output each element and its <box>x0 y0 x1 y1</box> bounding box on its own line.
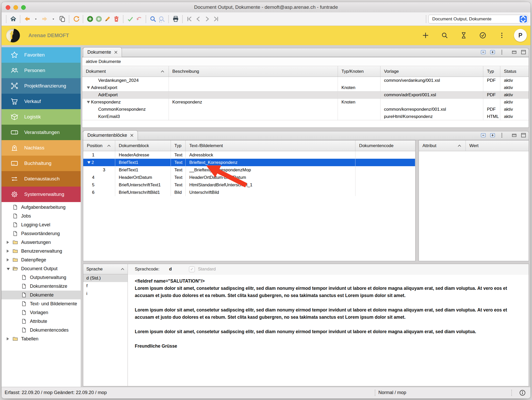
back-arrow-icon[interactable] <box>23 15 31 23</box>
tree-item-vorlagen[interactable]: Vorlagen <box>2 308 81 317</box>
expander-collapsed-icon[interactable] <box>7 257 11 263</box>
sidebar-module-systemverwaltung[interactable]: Systemverwaltung <box>2 187 81 202</box>
sidebar-module-favoriten[interactable]: Favoriten <box>2 47 81 63</box>
sidebar-module-projektfinanzierung[interactable]: Projektfinanzierung <box>2 78 81 94</box>
sidebar-module-personen[interactable]: Personen <box>2 63 81 78</box>
column-header-typ[interactable]: Typ <box>171 140 186 151</box>
column-header-dokumentblock[interactable]: Dokumentblock <box>115 140 171 151</box>
tree-item-datenpflege[interactable]: Datenpflege <box>2 255 81 264</box>
tree-item-text-und-bildelemente[interactable]: Text- und Bildelemente <box>2 299 81 308</box>
search-secondary-icon[interactable] <box>157 15 166 23</box>
standard-checkbox[interactable]: ✓ <box>189 266 195 272</box>
column-menu-icon[interactable] <box>498 49 505 55</box>
block-row-position-1[interactable]: 1HeaderAdresseTextAdressblock <box>83 151 415 159</box>
tree-item-document-output[interactable]: Document Output <box>2 264 81 273</box>
column-header-vorlage[interactable]: Vorlage <box>380 66 484 77</box>
block-row-position-2[interactable]: 2BriefText1TextBrieftext_Korrespondenz <box>83 159 415 166</box>
expand-all-icon[interactable] <box>489 49 496 55</box>
collapse-all-icon[interactable] <box>480 49 487 55</box>
nav-prev-icon[interactable] <box>194 15 203 23</box>
add-circle-icon[interactable] <box>86 15 94 23</box>
column-menu-icon[interactable] <box>498 132 505 139</box>
nav-last-icon[interactable] <box>211 15 220 23</box>
expand-all-icon[interactable] <box>489 132 496 139</box>
column-header-status[interactable]: Status <box>500 66 529 77</box>
sidebar-module-buchhaltung[interactable]: Buchhaltung <box>2 156 81 171</box>
sidebar-module-veranstaltungen[interactable]: Veranstaltungen <box>2 125 81 140</box>
add-icon[interactable] <box>422 31 429 39</box>
column-header-dokument[interactable]: Dokument <box>82 66 169 77</box>
info-icon[interactable] <box>519 389 526 396</box>
tree-item-dokumente[interactable]: Dokumente <box>2 291 81 299</box>
maximize-icon[interactable] <box>520 49 527 55</box>
block-row-position-3[interactable]: 3BriefText1Text__Brieftext_Korrespondenz… <box>83 166 415 174</box>
overflow-menu-icon[interactable] <box>498 31 506 39</box>
print-icon[interactable] <box>171 15 180 23</box>
minimize-icon[interactable] <box>511 132 518 139</box>
expander-collapsed-icon[interactable] <box>7 336 11 342</box>
document-row-korremail3[interactable]: KorrEmail3pureHtml/KorrespondenzHTMLakti… <box>82 113 529 120</box>
collapse-all-icon[interactable] <box>480 132 487 139</box>
tree-item-outputverwaltung[interactable]: Outputverwaltung <box>2 273 81 282</box>
tab-close-icon[interactable] <box>114 51 118 54</box>
tree-item-jobs[interactable]: Jobs <box>2 212 81 220</box>
tree-item-aufgabenbearbeitung[interactable]: Aufgabenbearbeitung <box>2 203 81 212</box>
nav-next-icon[interactable] <box>203 15 211 23</box>
language-list-header[interactable]: Sprache <box>83 264 128 274</box>
hourglass-icon[interactable] <box>460 31 468 39</box>
document-row-verdankungen-2024[interactable]: Verdankungen_2024common/verdankung/001.x… <box>82 77 529 84</box>
copy-icon[interactable] <box>58 15 66 23</box>
tree-item-benutzerverwaltung[interactable]: Benutzerverwaltung <box>2 247 81 255</box>
search-icon[interactable] <box>148 15 157 23</box>
tree-item-logging-level[interactable]: Logging-Level <box>2 220 81 229</box>
hsearch-icon[interactable] <box>441 31 448 39</box>
document-row-korrespondenz[interactable]: KorrespondenzKorrespondenzKnotenaktiv <box>82 99 529 106</box>
document-row-commonkorrespondenz[interactable]: CommonKorrespondenzcommon/korrespondenz/… <box>82 106 529 113</box>
document-row-adrexport[interactable]: AdrExportcommon/adrExport/001.xslPDFakti… <box>82 91 529 99</box>
user-avatar[interactable]: P <box>514 29 527 42</box>
column-header-typ-knoten[interactable]: Typ/Knoten <box>338 66 380 77</box>
tab-dokumente[interactable]: Dokumente <box>83 47 122 57</box>
home-icon[interactable] <box>9 15 18 23</box>
forward-arrow-icon[interactable] <box>40 15 49 23</box>
sidebar-module-verkauf[interactable]: Verkauf <box>2 94 81 109</box>
tree-item-auswertungen[interactable]: Auswertungen <box>2 238 81 247</box>
edit-pencil-icon[interactable] <box>103 15 112 23</box>
tab-close-icon[interactable] <box>130 134 134 137</box>
expander-collapsed-icon[interactable] <box>7 249 11 254</box>
confirm-check-icon[interactable] <box>126 15 135 23</box>
expander-expanded-icon[interactable] <box>7 266 11 271</box>
add-circle-secondary-icon[interactable] <box>94 15 103 23</box>
forward-caret-icon[interactable] <box>49 15 58 23</box>
row-expander-icon[interactable] <box>87 161 90 164</box>
delete-trash-icon[interactable] <box>112 15 121 23</box>
language-item-d-std[interactable]: d (Std.) <box>83 274 128 282</box>
column-header-wert[interactable]: Wert <box>466 140 529 151</box>
block-row-position-5[interactable]: 5BriefUnterschriftText1TextHtmlStandardB… <box>83 181 415 189</box>
nav-first-icon[interactable] <box>185 15 194 23</box>
tree-item-dokumentens-tze[interactable]: Dokumentensätze <box>2 282 81 291</box>
sidebar-module-logistik[interactable]: Logistik <box>2 109 81 125</box>
sidebar-module-nachlass[interactable]: Nachlass <box>2 140 81 156</box>
context-selector[interactable]: Document Output, Dokumente <box>428 15 528 23</box>
refresh-icon[interactable] <box>72 15 80 23</box>
language-item-f[interactable]: f <box>83 282 128 290</box>
check-circle-icon[interactable] <box>479 31 487 39</box>
column-header-position[interactable]: Position <box>83 140 115 151</box>
maximize-icon[interactable] <box>520 132 527 139</box>
language-item-i[interactable]: i <box>83 290 128 298</box>
back-caret-icon[interactable] <box>31 15 40 23</box>
column-header-attribut[interactable]: Attribut <box>419 140 466 151</box>
column-header-dokumentencode[interactable]: Dokumentencode <box>355 140 415 151</box>
sidebar-module-datenaustausch[interactable]: Datenaustausch <box>2 171 81 187</box>
tree-item-tabellen[interactable]: Tabellen <box>2 334 81 343</box>
minimize-icon[interactable] <box>511 49 518 55</box>
row-expander-icon[interactable] <box>87 86 90 89</box>
tree-item-dokumentencodes[interactable]: Dokumentencodes <box>2 326 81 334</box>
block-row-position-6[interactable]: 6BriefUnterschriftBild1BildUnterschriftB… <box>83 189 415 196</box>
tree-item-passwort-nderung[interactable]: Passwortänderung <box>2 229 81 238</box>
column-header-beschreibung[interactable]: Beschreibung <box>169 66 338 77</box>
column-header-text-bildelement[interactable]: Text-/Bildelement <box>186 140 355 151</box>
tab-dokumentenbloecke[interactable]: Dokumentenblöcke <box>83 130 138 140</box>
tree-item-attribute[interactable]: Attribute <box>2 317 81 326</box>
